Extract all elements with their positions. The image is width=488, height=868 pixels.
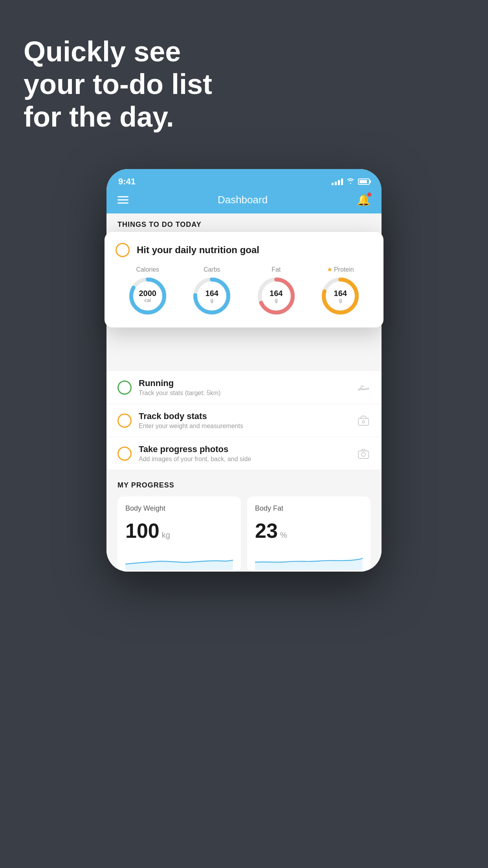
todo-title-photos: Take progress photos [139, 444, 349, 454]
fat-ring-item: Fat 164 g [257, 266, 296, 316]
todo-item-running[interactable]: Running Track your stats (target: 5km) [106, 371, 382, 404]
app-header: Dashboard 🔔 [106, 189, 382, 213]
svg-point-1 [362, 421, 365, 423]
status-icons [332, 178, 370, 186]
todo-text-running: Running Track your stats (target: 5km) [139, 378, 349, 397]
carbs-value: 164 [205, 289, 218, 297]
body-fat-card: Body Fat 23 % [247, 497, 371, 572]
things-to-do-header: THINGS TO DO TODAY [106, 213, 382, 234]
app-title: Dashboard [218, 194, 268, 206]
wifi-icon [346, 178, 355, 186]
calories-ring-item: Calories 2000 cal [128, 266, 167, 316]
todo-title-running: Running [139, 378, 349, 388]
notification-button[interactable]: 🔔 [357, 193, 371, 206]
progress-cards: Body Weight 100 kg Body Fat 23 % [117, 497, 371, 572]
todo-subtitle-body-stats: Enter your weight and measurements [139, 423, 349, 430]
calories-unit: cal [144, 297, 151, 303]
star-icon: ★ [327, 266, 332, 273]
body-fat-title: Body Fat [255, 504, 363, 513]
svg-point-3 [361, 452, 365, 456]
fat-unit: g [275, 297, 277, 303]
protein-ring-item: ★ Protein 164 g [321, 266, 360, 316]
body-weight-value-row: 100 kg [125, 519, 233, 542]
status-time: 9:41 [118, 177, 136, 187]
todo-checkbox-running[interactable] [117, 381, 132, 395]
body-fat-value: 23 [255, 519, 278, 542]
svg-rect-0 [358, 418, 369, 425]
protein-value: 164 [334, 289, 347, 297]
body-weight-sparkline [125, 550, 233, 570]
body-weight-unit: kg [162, 531, 170, 540]
status-bar: 9:41 [106, 169, 382, 189]
fat-value: 164 [270, 289, 283, 297]
carbs-ring-item: Carbs 164 g [192, 266, 231, 316]
fat-label: Fat [272, 266, 281, 273]
todo-checkbox-photos[interactable] [117, 447, 132, 461]
todo-text-photos: Take progress photos Add images of your … [139, 444, 349, 463]
todo-text-body-stats: Track body stats Enter your weight and m… [139, 411, 349, 430]
menu-button[interactable] [117, 196, 128, 204]
nutrition-rings: Calories 2000 cal Carbs [116, 266, 372, 316]
carbs-ring: 164 g [192, 276, 231, 316]
body-fat-sparkline [255, 550, 363, 570]
todo-item-photos[interactable]: Take progress photos Add images of your … [106, 437, 382, 470]
todo-subtitle-running: Track your stats (target: 5km) [139, 390, 349, 397]
protein-unit: g [339, 297, 342, 303]
todo-item-body-stats[interactable]: Track body stats Enter your weight and m… [106, 404, 382, 437]
nutrition-card-title: Hit your daily nutrition goal [137, 245, 259, 256]
calories-ring: 2000 cal [128, 276, 167, 316]
todo-subtitle-photos: Add images of your front, back, and side [139, 456, 349, 463]
body-weight-title: Body Weight [125, 504, 233, 513]
protein-label: ★ Protein [327, 266, 354, 273]
todo-checkbox-body-stats[interactable] [117, 414, 132, 428]
protein-ring: 164 g [321, 276, 360, 316]
nutrition-checkbox[interactable] [116, 243, 130, 257]
todo-title-body-stats: Track body stats [139, 411, 349, 421]
shoe-icon [356, 381, 371, 395]
phone-mockup: 9:41 Dashboard 🔔 [106, 169, 382, 572]
fat-ring: 164 g [257, 276, 296, 316]
body-weight-value: 100 [125, 519, 160, 542]
calories-label: Calories [136, 266, 159, 273]
svg-rect-2 [358, 451, 369, 458]
carbs-label: Carbs [204, 266, 220, 273]
body-fat-value-row: 23 % [255, 519, 363, 542]
signal-bars-icon [332, 178, 343, 185]
headline-text: Quickly see your to-do list for the day. [24, 35, 212, 133]
nutrition-card-title-row: Hit your daily nutrition goal [116, 243, 372, 257]
calories-value: 2000 [139, 289, 157, 297]
battery-icon [358, 178, 370, 185]
progress-section: MY PROGRESS Body Weight 100 kg Body Fat [106, 470, 382, 572]
nutrition-card: Hit your daily nutrition goal Calories 2… [105, 232, 383, 327]
scale-icon [356, 414, 371, 428]
body-fat-unit: % [280, 531, 287, 540]
photo-icon [356, 447, 371, 461]
body-weight-card: Body Weight 100 kg [117, 497, 241, 572]
todo-list: Running Track your stats (target: 5km) T… [106, 371, 382, 470]
notification-dot [367, 193, 371, 197]
progress-title: MY PROGRESS [117, 481, 371, 489]
carbs-unit: g [211, 297, 213, 303]
